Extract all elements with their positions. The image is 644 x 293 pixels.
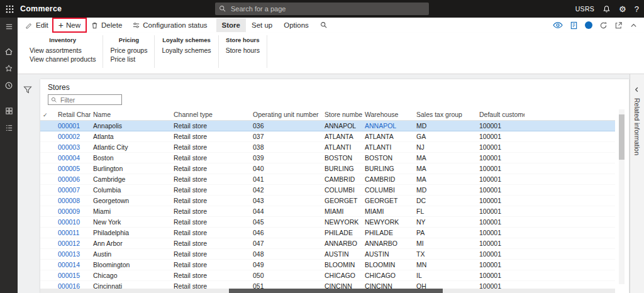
row-select-cell[interactable] (40, 259, 55, 270)
table-row[interactable]: 000009MiamiRetail store044MIAMIMIAMIFL10… (40, 206, 615, 216)
edit-button[interactable]: Edit (20, 18, 53, 32)
cell-retail-channel-id-link[interactable]: 000008 (58, 197, 80, 204)
table-row[interactable]: 000007ColumbiaRetail store042COLUMBICOLU… (40, 184, 615, 195)
help-icon[interactable]: ? (635, 5, 639, 13)
col-header-store-number[interactable]: Store number (322, 109, 362, 120)
tab-set-up[interactable]: Set up (246, 18, 278, 32)
cell-retail-channel-id-link[interactable]: 000006 (58, 175, 80, 183)
table-row[interactable]: 000010New YorkRetail store045NEWYORKNEWY… (40, 216, 615, 227)
filter-pane-toggle-button[interactable] (22, 84, 33, 96)
table-row[interactable]: 000001AnnapolisRetail store036ANNAPOLANN… (40, 120, 615, 131)
table-row[interactable]: 000003Atlantic CityRetail store038ATLANT… (40, 141, 615, 152)
refresh-icon[interactable] (599, 21, 608, 30)
sidebar-item-favorites[interactable] (0, 63, 18, 74)
table-row[interactable]: 000005BurlingtonRetail store040BURLINGBU… (40, 163, 615, 174)
col-header-name[interactable]: Name (91, 109, 171, 120)
delete-button[interactable]: Delete (86, 18, 127, 32)
cell-warehouse-link[interactable]: ANNAPOL (365, 122, 396, 130)
cell-retail-channel-id-link[interactable]: 000014 (58, 261, 80, 268)
cell-retail-channel-id-link[interactable]: 000010 (58, 218, 80, 226)
notifications-bell-icon[interactable] (602, 5, 611, 13)
col-header-channel-type[interactable]: Channel type (171, 109, 250, 120)
table-row[interactable]: 000013AustinRetail store048AUSTINAUSTINT… (40, 248, 615, 259)
app-launcher-button[interactable] (0, 0, 19, 18)
row-select-cell[interactable] (40, 216, 55, 227)
col-header-default-customer[interactable]: Default customer (477, 109, 525, 120)
grid-filter-box[interactable] (48, 94, 122, 105)
related-information-panel[interactable]: Related information (630, 74, 644, 293)
row-select-cell[interactable] (40, 195, 55, 206)
cell-retail-channel-id-link[interactable]: 000011 (58, 229, 79, 236)
table-row[interactable]: 000016CincinnatiRetail store051CINCINNCI… (40, 280, 615, 289)
row-select-cell[interactable] (40, 280, 55, 289)
vertical-scrollbar-thumb[interactable] (619, 114, 625, 160)
tab-store[interactable]: Store (216, 18, 246, 32)
cell-retail-channel-id-link[interactable]: 000016 (58, 282, 80, 289)
row-select-cell[interactable] (40, 184, 55, 195)
row-select-cell[interactable] (40, 238, 55, 248)
row-select-cell[interactable] (40, 131, 55, 141)
col-header-warehouse[interactable]: Warehouse (362, 109, 414, 120)
page-search-box[interactable] (215, 3, 429, 15)
vertical-scrollbar[interactable] (619, 109, 625, 284)
cell-retail-channel-id-link[interactable]: 000007 (58, 186, 80, 194)
expand-navigation-button[interactable] (0, 21, 18, 32)
table-row[interactable]: 000006CambridgeRetail store041CAMBRIDCAM… (40, 174, 615, 184)
show-related-eye-icon[interactable] (553, 21, 563, 29)
table-row[interactable]: 000014BloomingtonRetail store049BLOOMINB… (40, 259, 615, 270)
cell-retail-channel-id-link[interactable]: 000002 (58, 133, 80, 140)
col-header-retail-channel-id[interactable]: Retail Channel Id (55, 109, 91, 120)
row-select-cell[interactable] (40, 141, 55, 152)
row-select-cell[interactable] (40, 152, 55, 163)
tab-options[interactable]: Options (278, 18, 314, 32)
cell-retail-channel-id-link[interactable]: 000013 (58, 250, 80, 258)
configuration-status-button[interactable]: Configuration status (127, 18, 212, 32)
row-select-cell[interactable] (40, 270, 55, 280)
grid-filter-input[interactable] (59, 96, 119, 104)
ribbon-item-view-channel-products[interactable]: View channel products (30, 55, 96, 64)
user-initials[interactable]: USRS (575, 5, 594, 13)
row-select-cell[interactable] (40, 163, 55, 174)
row-select-cell[interactable] (40, 120, 55, 131)
page-search-input[interactable] (230, 4, 425, 13)
table-row[interactable]: 000011PhiladelphiaRetail store046PHILADE… (40, 227, 615, 238)
sidebar-item-workspaces[interactable] (0, 105, 18, 116)
table-row[interactable]: 000015ChicagoRetail store050CHICAGOCHICA… (40, 270, 615, 280)
ribbon-item-price-list[interactable]: Price list (110, 55, 147, 64)
cell-retail-channel-id-link[interactable]: 000009 (58, 207, 80, 215)
cell-retail-channel-id-link[interactable]: 000001 (58, 122, 80, 130)
cell-retail-channel-id-link[interactable]: 000005 (58, 165, 80, 172)
task-guide-icon[interactable] (570, 21, 578, 30)
ribbon-item-price-groups[interactable]: Price groups (110, 46, 147, 55)
row-select-cell[interactable] (40, 206, 55, 216)
cell-retail-channel-id-link[interactable]: 000003 (58, 143, 80, 151)
col-header-sales-tax-group[interactable]: Sales tax group (414, 109, 477, 120)
expand-panel-chevron-icon[interactable] (633, 86, 641, 94)
table-row[interactable]: 000002AtlantaRetail store037ATLANTAATLAN… (40, 131, 615, 141)
ribbon-item-store-hours[interactable]: Store hours (226, 46, 260, 55)
new-button[interactable]: + New (53, 18, 86, 32)
cell-retail-channel-id-link[interactable]: 000015 (58, 272, 80, 279)
command-search-button[interactable] (314, 18, 333, 32)
col-header-operating-unit-number[interactable]: Operating unit number (250, 109, 322, 120)
table-row[interactable]: 000012Ann ArborRetail store047ANNARBOANN… (40, 238, 615, 248)
row-select-cell[interactable] (40, 174, 55, 184)
message-badge-icon[interactable] (585, 21, 592, 29)
ribbon-item-view-assortments[interactable]: View assortments (30, 46, 96, 55)
sidebar-item-home[interactable] (0, 46, 18, 57)
table-row[interactable]: 000008GeorgetownRetail store043GEORGETGE… (40, 195, 615, 206)
select-all-header[interactable]: ✓ (40, 109, 55, 120)
row-select-cell[interactable] (40, 227, 55, 238)
sidebar-item-modules[interactable] (0, 122, 18, 133)
cell-retail-channel-id-link[interactable]: 000004 (58, 154, 80, 162)
horizontal-scrollbar[interactable] (40, 289, 615, 293)
cell-retail-channel-id-link[interactable]: 000012 (58, 240, 80, 247)
sidebar-item-recent[interactable] (0, 80, 18, 91)
settings-gear-icon[interactable]: ⚙ (619, 5, 626, 13)
row-select-cell[interactable] (40, 248, 55, 259)
table-row[interactable]: 000004BostonRetail store039BOSTONBOSTONM… (40, 152, 615, 163)
collapse-ribbon-chevron-icon[interactable] (630, 21, 638, 30)
ribbon-item-loyalty-schemes[interactable]: Loyalty schemes (162, 46, 211, 55)
open-in-new-window-icon[interactable] (614, 21, 623, 30)
horizontal-scrollbar-thumb[interactable] (229, 289, 443, 293)
